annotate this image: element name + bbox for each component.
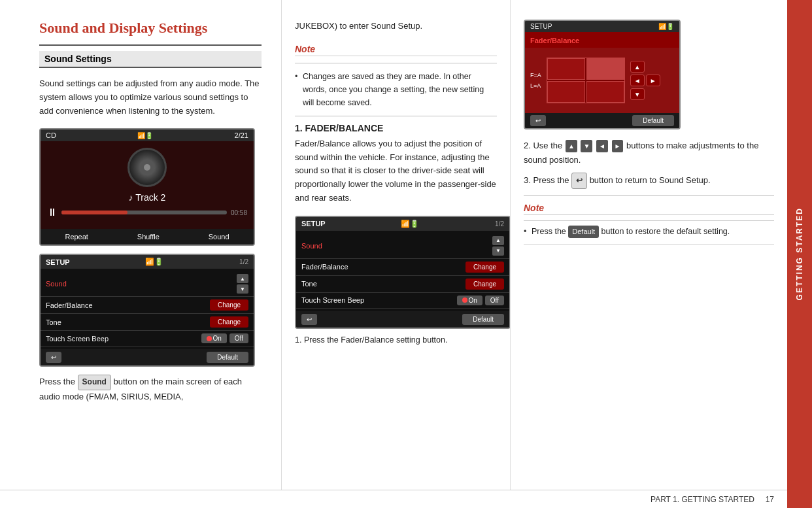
note-divider-right-2 xyxy=(524,220,774,221)
setup-header-2: SETUP 📶🔋 1/2 xyxy=(296,217,509,231)
fader-setup-label: SETUP xyxy=(530,23,552,30)
fader-default-btn[interactable]: Default xyxy=(632,115,674,126)
fader-up-btn[interactable]: ▲ xyxy=(630,61,645,73)
page-footer: PART 1. GETTING STARTED 17 xyxy=(651,495,774,504)
setup-content-1: Sound ▲ ▼ Fader/Balance Change Tone Chan… xyxy=(41,269,254,349)
section1-header: 1. FADER/BALANCE xyxy=(295,123,497,133)
intro-text: Sound settings can be adjusted from any … xyxy=(39,77,262,118)
return-inline-btn: ↩ xyxy=(571,173,587,188)
default-btn-2[interactable]: Default xyxy=(462,314,504,325)
setup-row-sound: Sound ▲ ▼ xyxy=(41,271,254,297)
fader-back-btn[interactable]: ↩ xyxy=(530,115,546,126)
sound-label-2: Sound xyxy=(301,242,490,250)
note-divider-right-3 xyxy=(524,245,774,245)
touch-beep-label: Touch Screen Beep xyxy=(46,335,201,343)
scroll-up-1[interactable]: ▲ xyxy=(237,274,248,283)
setup-footer-2: ↩ Default xyxy=(296,311,509,328)
note-divider-mid xyxy=(295,63,497,63)
setup-row-fader-2: Fader/Balance Change xyxy=(296,259,509,276)
fader-screen: SETUP 📶🔋 Fader/Balance F=A L=A xyxy=(524,20,681,129)
cd-display: ♪ Track 2 ⏸ 00:58 xyxy=(41,141,254,229)
tone-change-btn[interactable]: Change xyxy=(210,316,248,328)
fader-header: SETUP 📶🔋 xyxy=(525,21,679,32)
fader-change-btn-2[interactable]: Change xyxy=(465,262,504,273)
getting-started-tab: GETTING STARTED xyxy=(787,0,812,508)
touch-beep-toggle-2: On Off xyxy=(457,296,505,305)
note-item-mid-1: Changes are saved as they are made. In o… xyxy=(295,70,497,109)
setup-footer-1: ↩ Default xyxy=(41,349,254,365)
back-btn-2[interactable]: ↩ xyxy=(301,314,317,325)
subsection-header: Sound Settings xyxy=(39,51,262,68)
note-item-right-1: Press the Default button to restore the … xyxy=(524,225,774,239)
setup-page-2: 1/2 xyxy=(495,220,504,228)
progress-bar-fill xyxy=(61,211,127,214)
col-mid: JUKEBOX) to enter Sound Setup. Note Chan… xyxy=(281,0,510,490)
fader-cell-br xyxy=(586,81,624,103)
tone-label-2: Tone xyxy=(301,280,463,288)
toggle-dot-2 xyxy=(462,297,467,303)
fader-cell-tl xyxy=(547,58,585,80)
setup-row-touch: Touch Screen Beep On Off xyxy=(41,331,254,347)
touch-beep-toggle: On Off xyxy=(201,333,249,343)
setup-scroll-2: ▲ ▼ xyxy=(492,236,504,256)
setup-row-touch-2: Touch Screen Beep On Off xyxy=(296,293,509,309)
default-btn-1[interactable]: Default xyxy=(207,352,248,363)
setup-page-1: 1/2 xyxy=(239,258,248,265)
fader-label: Fader/Balance xyxy=(46,301,207,309)
fader-right-btn[interactable]: ► xyxy=(646,75,660,86)
toggle-on-btn[interactable]: On xyxy=(201,333,227,343)
cd-center xyxy=(144,164,150,171)
arrow-left: ◄ xyxy=(596,140,608,152)
sound-btn[interactable]: Sound xyxy=(205,231,233,242)
scroll-up-2[interactable]: ▲ xyxy=(492,236,504,245)
track-time: 00:58 xyxy=(231,209,247,216)
arrow-right: ► xyxy=(612,140,624,152)
setup-icons-1: 📶🔋 xyxy=(145,258,163,266)
note-title-mid: Note xyxy=(295,44,497,56)
cd-screen: CD 📶🔋 2/21 ♪ Track 2 ⏸ 00:58 Repeat xyxy=(39,128,255,246)
fader-label-2: Fader/Balance xyxy=(301,263,463,271)
step-2: 2. Use the ▲ ▼ ◄ ► buttons to make adjus… xyxy=(524,139,774,167)
setup-scroll-1: ▲ ▼ xyxy=(237,274,248,294)
pause-icon: ⏸ xyxy=(47,207,58,218)
fader-down-btn[interactable]: ▼ xyxy=(630,88,645,100)
tone-change-btn-2[interactable]: Change xyxy=(465,279,504,290)
title-divider xyxy=(39,44,262,46)
repeat-btn[interactable]: Repeat xyxy=(61,231,92,242)
touch-beep-label-2: Touch Screen Beep xyxy=(301,296,457,304)
scroll-down-1[interactable]: ▼ xyxy=(237,284,248,294)
shuffle-btn[interactable]: Shuffle xyxy=(133,231,163,242)
caption-1: 1. Press the Fader/Balance setting butto… xyxy=(295,335,497,345)
note-divider-mid-2 xyxy=(295,116,497,116)
setup-title-1: SETUP xyxy=(46,258,70,266)
toggle-on-btn-2[interactable]: On xyxy=(457,296,482,305)
cd-icons: 📶🔋 xyxy=(137,132,153,139)
fader-change-btn[interactable]: Change xyxy=(210,299,248,311)
note-title-right: Note xyxy=(524,203,774,215)
cont-text: JUKEBOX) to enter Sound Setup. xyxy=(295,20,497,33)
page-title: Sound and Display Settings xyxy=(39,20,262,37)
setup-title-2: SETUP xyxy=(301,220,326,228)
back-btn-1[interactable]: ↩ xyxy=(46,352,61,363)
setup-row-sound-2: Sound ▲ ▼ xyxy=(296,233,509,259)
col-right: SETUP 📶🔋 Fader/Balance F=A L=A xyxy=(510,0,787,490)
toggle-off-btn[interactable]: Off xyxy=(229,333,248,343)
toggle-off-btn-2[interactable]: Off xyxy=(485,296,504,305)
setup-content-2: Sound ▲ ▼ Fader/Balance Change Tone Chan… xyxy=(296,231,509,311)
fader-content: F=A L=A ▲ xyxy=(525,48,679,113)
fader-grid xyxy=(547,58,625,103)
fader-left-btn[interactable]: ◄ xyxy=(630,75,645,86)
scroll-down-2[interactable]: ▼ xyxy=(492,246,504,256)
press-text: Press the Sound button on the main scree… xyxy=(39,375,262,403)
setup-row-tone: Tone Change xyxy=(41,314,254,331)
cd-disc xyxy=(127,148,167,187)
fader-icons: 📶🔋 xyxy=(658,23,674,30)
track-name: ♪ Track 2 xyxy=(47,192,247,203)
step-3: 3. Press the ↩ button to return to Sound… xyxy=(524,173,774,188)
cd-track-count: 2/21 xyxy=(235,131,248,139)
sound-inline-btn[interactable]: Sound xyxy=(78,375,111,390)
fader-footer: ↩ Default xyxy=(525,113,679,128)
fader-fa-label: F=A xyxy=(530,70,541,80)
progress-bar-bg xyxy=(61,211,227,214)
progress-area: ⏸ 00:58 xyxy=(47,207,247,218)
